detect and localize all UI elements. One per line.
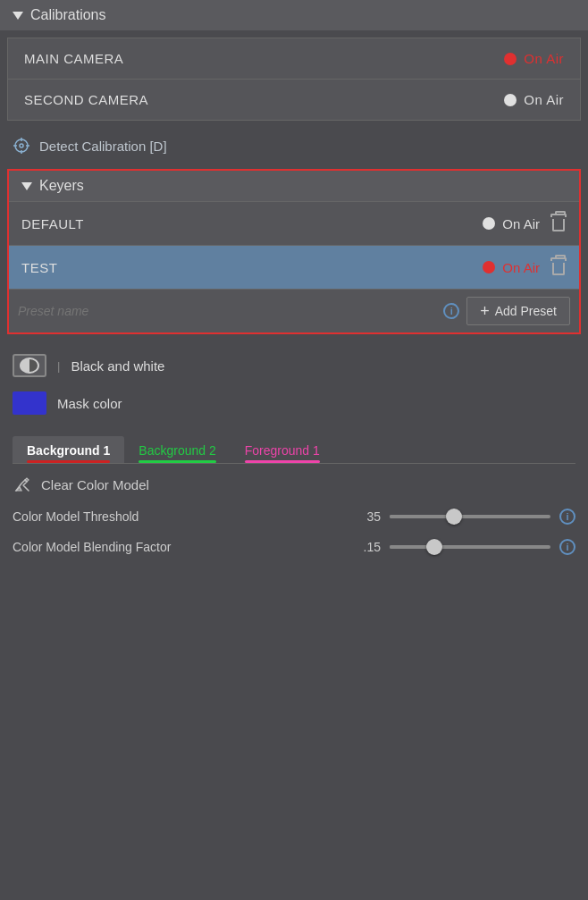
plus-icon: + — [480, 303, 490, 319]
blending-label: Color Model Blending Factor — [13, 540, 345, 554]
collapse-icon[interactable] — [13, 12, 23, 20]
calibrations-section: Calibrations MAIN CAMERA On Air SECOND C… — [0, 0, 588, 164]
main-camera-on-air-text: On Air — [524, 51, 564, 66]
threshold-slider-row: Color Model Threshold 35 i — [0, 501, 588, 532]
add-preset-label: Add Preset — [495, 304, 557, 318]
keyer-default-on-air-text: On Air — [502, 216, 540, 231]
add-preset-button[interactable]: + Add Preset — [466, 297, 570, 325]
keyer-test-right: On Air — [483, 257, 567, 277]
second-camera-row[interactable]: SECOND CAMERA On Air — [8, 80, 580, 120]
detect-calibration-label: Detect Calibration [D] — [39, 139, 167, 154]
main-camera-label: MAIN CAMERA — [24, 51, 123, 66]
keyer-test-on-air-text: On Air — [502, 260, 540, 275]
calibrations-title: Calibrations — [30, 7, 105, 23]
tab-background1[interactable]: Background 1 — [13, 436, 124, 463]
threshold-info-icon: i — [566, 511, 568, 522]
keyers-title: Keyers — [39, 178, 84, 194]
tab-background2-label: Background 2 — [139, 443, 215, 458]
keyer-default-on-air: On Air — [483, 216, 540, 231]
clear-color-model-label: Clear Color Model — [41, 477, 149, 492]
info-icon: i — [450, 306, 453, 316]
threshold-info-button[interactable]: i — [559, 509, 575, 525]
keyer-test-on-air: On Air — [483, 260, 540, 275]
threshold-label: Color Model Threshold — [13, 509, 345, 524]
main-camera-on-air: On Air — [504, 51, 564, 66]
keyer-test-label: TEST — [21, 260, 57, 275]
trash-top-test-icon — [550, 257, 567, 261]
crosshair-icon — [13, 137, 30, 155]
blending-value: .15 — [354, 540, 381, 554]
blending-slider-row: Color Model Blending Factor .15 i — [0, 532, 588, 562]
tab-background1-underline — [27, 460, 110, 463]
second-camera-label: SECOND CAMERA — [24, 92, 148, 107]
calibrations-header: Calibrations — [0, 0, 588, 30]
mask-color-row: Mask color — [13, 384, 575, 422]
mask-color-label: Mask color — [57, 396, 122, 411]
bw-icon — [20, 357, 39, 374]
preset-name-input[interactable] — [18, 300, 436, 322]
threshold-thumb[interactable] — [446, 509, 462, 525]
keyers-section: Keyers DEFAULT On Air TEST On Air — [7, 169, 581, 334]
keyer-default-right: On Air — [483, 214, 567, 233]
tab-foreground1-label: Foreground 1 — [245, 443, 320, 458]
blending-thumb[interactable] — [426, 539, 442, 555]
tab-background2[interactable]: Background 2 — [124, 436, 230, 463]
keyer-default-row[interactable]: DEFAULT On Air — [9, 201, 579, 245]
threshold-fill — [390, 515, 454, 518]
keyer-test-row[interactable]: TEST On Air — [9, 245, 579, 289]
second-camera-on-air: On Air — [504, 92, 564, 107]
tab-background1-label: Background 1 — [27, 443, 110, 458]
tab-foreground1-underline — [245, 460, 320, 463]
keyer-test-delete-button[interactable] — [550, 257, 567, 277]
dot-white-icon — [504, 94, 517, 106]
tab-background2-underline — [139, 460, 215, 463]
keyer-default-label: DEFAULT — [21, 216, 84, 231]
svg-point-5 — [20, 144, 23, 147]
second-camera-on-air-text: On Air — [524, 92, 564, 107]
preset-name-row: i + Add Preset — [9, 289, 579, 332]
mask-color-swatch[interactable] — [13, 391, 46, 415]
tabs-row: Background 1 Background 2 Foreground 1 — [0, 429, 588, 463]
keyer-default-delete-button[interactable] — [550, 214, 567, 233]
preset-info-button[interactable]: i — [443, 303, 459, 319]
dot-red-test-icon — [483, 261, 495, 273]
clear-color-model-row[interactable]: Clear Color Model — [0, 464, 588, 501]
threshold-value: 35 — [354, 509, 381, 524]
bw-row: | Black and white — [13, 347, 575, 384]
threshold-slider[interactable] — [390, 515, 550, 518]
tab-foreground1[interactable]: Foreground 1 — [231, 436, 334, 463]
blending-info-icon: i — [566, 542, 568, 552]
main-camera-row[interactable]: MAIN CAMERA On Air — [8, 38, 580, 80]
blending-slider[interactable] — [390, 545, 550, 549]
broom-icon — [13, 475, 32, 494]
blending-info-button[interactable]: i — [559, 539, 575, 555]
bw-label: Black and white — [71, 358, 164, 374]
svg-point-0 — [15, 139, 28, 152]
calibrations-box: MAIN CAMERA On Air SECOND CAMERA On Air — [7, 38, 581, 121]
keyers-collapse-icon[interactable] — [21, 182, 32, 190]
bw-separator: | — [57, 359, 60, 373]
dot-red-icon — [504, 53, 517, 65]
trash-body-icon — [552, 219, 565, 231]
bw-toggle-button[interactable] — [13, 354, 46, 377]
keyers-header: Keyers — [9, 171, 579, 201]
dot-white-default-icon — [483, 217, 495, 230]
trash-body-test-icon — [552, 263, 565, 275]
detect-calibration-row[interactable]: Detect Calibration [D] — [0, 128, 588, 164]
controls-section: | Black and white Mask color — [0, 340, 588, 429]
trash-top-icon — [550, 214, 567, 217]
